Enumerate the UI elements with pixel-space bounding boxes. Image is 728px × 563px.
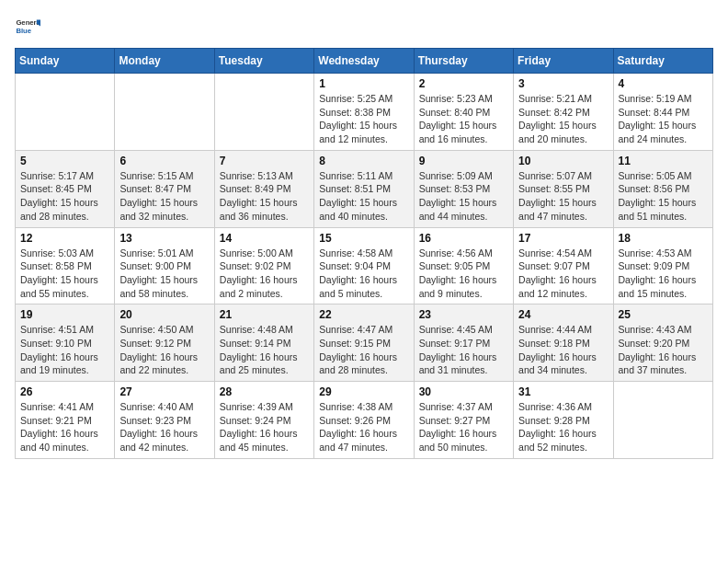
day-cell: 30Sunrise: 4:37 AMSunset: 9:27 PMDayligh… — [414, 382, 513, 459]
day-detail: Sunrise: 4:51 AMSunset: 9:10 PMDaylight:… — [20, 323, 109, 377]
day-number: 4 — [619, 77, 708, 90]
day-detail: Sunrise: 5:07 AMSunset: 8:55 PMDaylight:… — [518, 169, 608, 224]
day-cell: 20Sunrise: 4:50 AMSunset: 9:12 PMDayligh… — [115, 304, 214, 382]
day-detail: Sunrise: 4:38 AMSunset: 9:26 PMDaylight:… — [319, 400, 408, 454]
day-cell: 7Sunrise: 5:13 AMSunset: 8:49 PMDaylight… — [214, 150, 313, 227]
day-cell: 29Sunrise: 4:38 AMSunset: 9:26 PMDayligh… — [314, 382, 414, 459]
day-number: 12 — [20, 232, 109, 245]
day-number: 9 — [419, 155, 508, 167]
svg-text:Blue: Blue — [16, 27, 31, 35]
day-cell: 16Sunrise: 4:56 AMSunset: 9:05 PMDayligh… — [414, 227, 513, 304]
day-detail: Sunrise: 5:25 AMSunset: 8:38 PMDaylight:… — [319, 92, 408, 146]
day-cell: 27Sunrise: 4:40 AMSunset: 9:23 PMDayligh… — [115, 382, 214, 459]
logo: General Blue — [15, 15, 42, 40]
day-detail: Sunrise: 5:01 AMSunset: 9:00 PMDaylight:… — [119, 247, 209, 301]
day-detail: Sunrise: 5:21 AMSunset: 8:42 PMDaylight:… — [518, 92, 608, 146]
day-number: 28 — [220, 385, 309, 398]
col-header-wednesday: Wednesday — [314, 49, 414, 74]
week-row-5: 26Sunrise: 4:41 AMSunset: 9:21 PMDayligh… — [16, 382, 713, 459]
day-number: 27 — [119, 385, 209, 398]
day-cell: 19Sunrise: 4:51 AMSunset: 9:10 PMDayligh… — [16, 304, 115, 382]
day-cell: 28Sunrise: 4:39 AMSunset: 9:24 PMDayligh… — [214, 382, 313, 459]
day-detail: Sunrise: 5:05 AMSunset: 8:56 PMDaylight:… — [619, 169, 708, 224]
day-cell: 12Sunrise: 5:03 AMSunset: 8:58 PMDayligh… — [16, 227, 115, 304]
calendar-table: SundayMondayTuesdayWednesdayThursdayFrid… — [15, 48, 713, 459]
day-detail: Sunrise: 4:48 AMSunset: 9:14 PMDaylight:… — [220, 323, 309, 377]
day-number: 22 — [319, 308, 408, 321]
day-cell: 24Sunrise: 4:44 AMSunset: 9:18 PMDayligh… — [514, 304, 613, 382]
day-number: 6 — [119, 155, 209, 167]
day-number: 29 — [319, 385, 408, 398]
day-number: 23 — [419, 308, 508, 321]
day-detail: Sunrise: 4:50 AMSunset: 9:12 PMDaylight:… — [119, 323, 209, 377]
day-cell: 5Sunrise: 5:17 AMSunset: 8:45 PMDaylight… — [16, 150, 115, 227]
day-detail: Sunrise: 4:47 AMSunset: 9:15 PMDaylight:… — [319, 323, 408, 377]
day-detail: Sunrise: 4:56 AMSunset: 9:05 PMDaylight:… — [419, 247, 508, 301]
week-row-3: 12Sunrise: 5:03 AMSunset: 8:58 PMDayligh… — [16, 227, 713, 304]
day-cell: 21Sunrise: 4:48 AMSunset: 9:14 PMDayligh… — [214, 304, 313, 382]
day-number: 18 — [619, 232, 708, 245]
day-detail: Sunrise: 5:09 AMSunset: 8:53 PMDaylight:… — [419, 169, 508, 224]
day-cell: 25Sunrise: 4:43 AMSunset: 9:20 PMDayligh… — [613, 304, 712, 382]
day-cell: 10Sunrise: 5:07 AMSunset: 8:55 PMDayligh… — [514, 150, 613, 227]
day-detail: Sunrise: 4:45 AMSunset: 9:17 PMDaylight:… — [419, 323, 508, 377]
week-row-4: 19Sunrise: 4:51 AMSunset: 9:10 PMDayligh… — [16, 304, 713, 382]
day-cell: 3Sunrise: 5:21 AMSunset: 8:42 PMDaylight… — [514, 74, 613, 151]
day-detail: Sunrise: 4:58 AMSunset: 9:04 PMDaylight:… — [319, 247, 408, 301]
day-cell — [115, 74, 214, 151]
col-header-saturday: Saturday — [613, 49, 712, 74]
day-detail: Sunrise: 5:13 AMSunset: 8:49 PMDaylight:… — [220, 169, 309, 224]
day-number: 20 — [119, 308, 209, 321]
day-cell: 11Sunrise: 5:05 AMSunset: 8:56 PMDayligh… — [613, 150, 712, 227]
day-detail: Sunrise: 4:37 AMSunset: 9:27 PMDaylight:… — [419, 400, 508, 454]
header-row: SundayMondayTuesdayWednesdayThursdayFrid… — [16, 49, 713, 74]
day-detail: Sunrise: 5:00 AMSunset: 9:02 PMDaylight:… — [220, 247, 309, 301]
day-number: 10 — [518, 155, 608, 167]
day-number: 1 — [319, 77, 408, 90]
day-cell: 4Sunrise: 5:19 AMSunset: 8:44 PMDaylight… — [613, 74, 712, 151]
col-header-thursday: Thursday — [414, 49, 513, 74]
day-detail: Sunrise: 4:44 AMSunset: 9:18 PMDaylight:… — [518, 323, 608, 377]
day-detail: Sunrise: 5:17 AMSunset: 8:45 PMDaylight:… — [20, 169, 109, 224]
day-cell: 17Sunrise: 4:54 AMSunset: 9:07 PMDayligh… — [514, 227, 613, 304]
day-cell: 13Sunrise: 5:01 AMSunset: 9:00 PMDayligh… — [115, 227, 214, 304]
day-number: 13 — [119, 232, 209, 245]
day-number: 25 — [619, 308, 708, 321]
day-number: 21 — [220, 308, 309, 321]
col-header-sunday: Sunday — [16, 49, 115, 74]
day-detail: Sunrise: 4:36 AMSunset: 9:28 PMDaylight:… — [518, 400, 608, 454]
day-number: 11 — [619, 155, 708, 167]
day-number: 5 — [20, 155, 109, 167]
logo-icon: General Blue — [15, 15, 40, 40]
day-detail: Sunrise: 4:39 AMSunset: 9:24 PMDaylight:… — [220, 400, 309, 454]
week-row-2: 5Sunrise: 5:17 AMSunset: 8:45 PMDaylight… — [16, 150, 713, 227]
day-detail: Sunrise: 4:41 AMSunset: 9:21 PMDaylight:… — [20, 400, 109, 454]
day-cell: 22Sunrise: 4:47 AMSunset: 9:15 PMDayligh… — [314, 304, 414, 382]
day-detail: Sunrise: 4:53 AMSunset: 9:09 PMDaylight:… — [619, 247, 708, 301]
week-row-1: 1Sunrise: 5:25 AMSunset: 8:38 PMDaylight… — [16, 74, 713, 151]
day-detail: Sunrise: 5:23 AMSunset: 8:40 PMDaylight:… — [419, 92, 508, 146]
day-detail: Sunrise: 5:03 AMSunset: 8:58 PMDaylight:… — [20, 247, 109, 301]
day-detail: Sunrise: 4:40 AMSunset: 9:23 PMDaylight:… — [119, 400, 209, 454]
day-cell: 26Sunrise: 4:41 AMSunset: 9:21 PMDayligh… — [16, 382, 115, 459]
day-cell — [16, 74, 115, 151]
col-header-friday: Friday — [514, 49, 613, 74]
day-cell: 9Sunrise: 5:09 AMSunset: 8:53 PMDaylight… — [414, 150, 513, 227]
day-number: 2 — [419, 77, 508, 90]
day-cell — [613, 382, 712, 459]
day-number: 19 — [20, 308, 109, 321]
day-number: 14 — [220, 232, 309, 245]
day-detail: Sunrise: 5:15 AMSunset: 8:47 PMDaylight:… — [119, 169, 209, 224]
day-cell: 2Sunrise: 5:23 AMSunset: 8:40 PMDaylight… — [414, 74, 513, 151]
col-header-tuesday: Tuesday — [214, 49, 313, 74]
col-header-monday: Monday — [115, 49, 214, 74]
day-number: 24 — [518, 308, 608, 321]
day-detail: Sunrise: 5:19 AMSunset: 8:44 PMDaylight:… — [619, 92, 708, 146]
day-cell: 1Sunrise: 5:25 AMSunset: 8:38 PMDaylight… — [314, 74, 414, 151]
day-cell: 6Sunrise: 5:15 AMSunset: 8:47 PMDaylight… — [115, 150, 214, 227]
day-number: 17 — [518, 232, 608, 245]
day-number: 31 — [518, 385, 608, 398]
day-number: 3 — [518, 77, 608, 90]
day-number: 30 — [419, 385, 508, 398]
day-cell: 23Sunrise: 4:45 AMSunset: 9:17 PMDayligh… — [414, 304, 513, 382]
